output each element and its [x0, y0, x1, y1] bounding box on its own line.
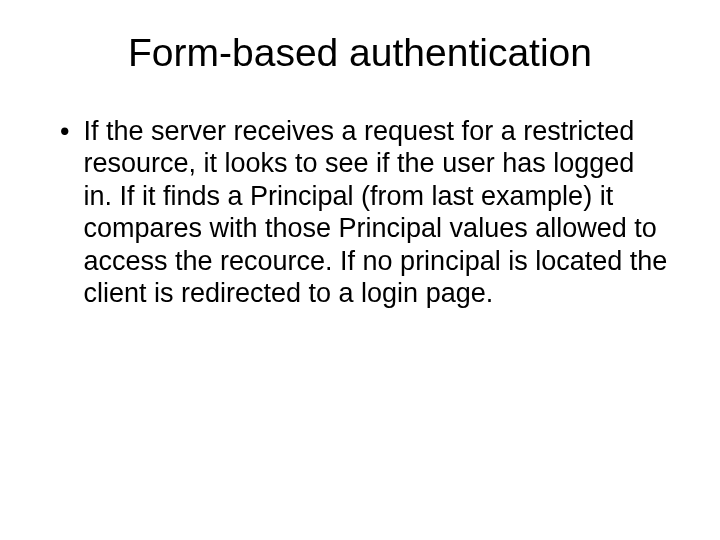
bullet-item: • If the server receives a request for a… — [60, 115, 670, 309]
slide-container: Form-based authentication • If the serve… — [0, 0, 720, 540]
slide-content: • If the server receives a request for a… — [50, 115, 670, 309]
slide-title: Form-based authentication — [50, 31, 670, 75]
bullet-text: If the server receives a request for a r… — [83, 115, 670, 309]
bullet-marker: • — [60, 115, 69, 147]
